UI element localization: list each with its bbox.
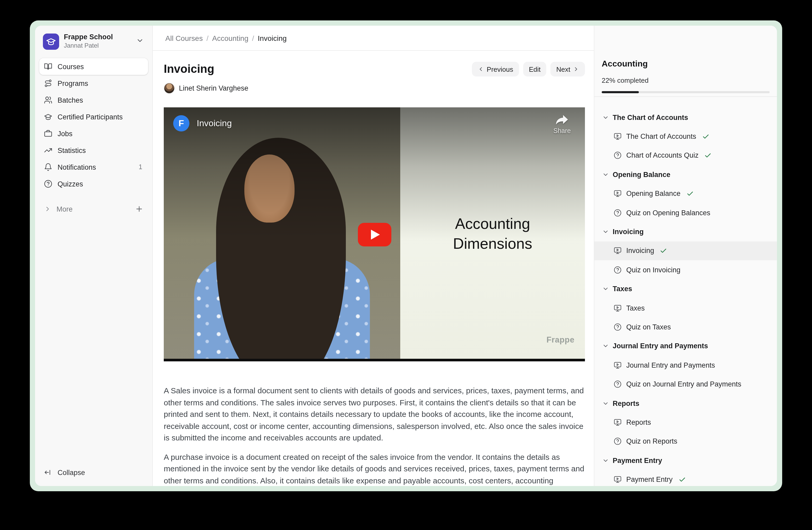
lesson-reports[interactable]: Reports (594, 413, 777, 432)
frappe-watermark: Frappe (547, 335, 575, 345)
lesson-invoicing[interactable]: Invoicing (594, 241, 777, 260)
progress-bar-fill (602, 91, 639, 93)
chevron-down-icon (136, 37, 144, 46)
next-button[interactable]: Next (551, 62, 585, 76)
video-player[interactable]: Accounting Dimensions Frappe F Invoicing (164, 107, 585, 361)
lesson-label: Taxes (626, 304, 645, 312)
lesson-quiz-on-journal-entry-and-payments[interactable]: Quiz on Journal Entry and Payments (594, 375, 777, 394)
lesson-label: Quiz on Journal Entry and Payments (626, 380, 741, 388)
lesson-quiz-on-invoicing[interactable]: Quiz on Invoicing (594, 260, 777, 279)
book-open-icon (44, 62, 52, 71)
frappe-brand-icon[interactable]: F (173, 115, 189, 131)
sidebar-item-certified-participants[interactable]: Certified Participants (39, 108, 148, 125)
lesson-quiz-on-taxes[interactable]: Quiz on Taxes (594, 318, 777, 337)
sidebar-item-batches[interactable]: Batches (39, 92, 148, 108)
chapter-title: Invoicing (613, 228, 644, 236)
completed-check-icon (702, 133, 709, 140)
chapter-opening-balance[interactable]: Opening Balance (594, 165, 777, 184)
lesson-quiz-on-opening-balances[interactable]: Quiz on Opening Balances (594, 203, 777, 222)
video-lesson-icon (614, 190, 622, 198)
course-outline-panel: Accounting 22% completed The Chart of Ac… (594, 26, 777, 486)
chevron-down-icon (602, 285, 609, 292)
sidebar-item-courses[interactable]: Courses (39, 58, 148, 75)
sidebar-item-quizzes[interactable]: Quizzes (39, 176, 148, 192)
video-title-overlay: F Invoicing (173, 115, 232, 131)
lesson-payment-entry[interactable]: Payment Entry (594, 470, 777, 486)
collapse-arrow-icon (44, 468, 52, 477)
sidebar-item-label: Statistics (58, 147, 143, 154)
lesson-the-chart-of-accounts[interactable]: The Chart of Accounts (594, 127, 777, 146)
progress-label: 22% completed (602, 76, 770, 85)
video-lesson-icon (614, 304, 622, 312)
chapter-journal-entry-and-payments[interactable]: Journal Entry and Payments (594, 336, 777, 355)
route-icon (44, 79, 52, 87)
sidebar-item-jobs[interactable]: Jobs (39, 125, 148, 142)
previous-button[interactable]: Previous (472, 62, 519, 76)
quiz-icon (614, 209, 622, 217)
author-name: Linet Sherin Varghese (179, 84, 248, 92)
frappe-school-logo-icon (43, 33, 59, 50)
chapter-reports[interactable]: Reports (594, 394, 777, 413)
lesson-label: Chart of Accounts Quiz (626, 152, 698, 159)
share-button[interactable]: Share (553, 114, 571, 135)
main-content: All Courses / Accounting / Invoicing Inv… (153, 26, 594, 486)
trending-up-icon (44, 146, 52, 154)
lesson-label: Quiz on Invoicing (626, 266, 680, 274)
chapter-title: Reports (613, 399, 639, 407)
sidebar-item-label: Batches (58, 96, 143, 104)
sidebar-item-notifications[interactable]: Notifications1 (39, 159, 148, 176)
edit-button[interactable]: Edit (523, 62, 547, 76)
help-circle-icon (44, 180, 52, 188)
lesson-taxes[interactable]: Taxes (594, 298, 777, 318)
sidebar-item-programs[interactable]: Programs (39, 75, 148, 92)
quiz-icon (614, 380, 622, 388)
lesson-journal-entry-and-payments[interactable]: Journal Entry and Payments (594, 355, 777, 375)
plus-icon[interactable] (135, 205, 143, 213)
play-button[interactable] (358, 223, 391, 246)
sidebar-item-statistics[interactable]: Statistics (39, 142, 148, 159)
lesson-chart-of-accounts-quiz[interactable]: Chart of Accounts Quiz (594, 146, 777, 165)
app-card: Frappe School Jannat Patel CoursesProgra… (35, 26, 777, 486)
completed-check-icon (704, 152, 712, 159)
sidebar-item-label: Courses (58, 62, 143, 70)
breadcrumb-course[interactable]: Accounting (212, 34, 248, 42)
breadcrumb: All Courses / Accounting / Invoicing (153, 26, 594, 51)
sidebar-item-label: Notifications (58, 163, 133, 171)
chapter-title: Taxes (613, 285, 632, 293)
chapter-title: Payment Entry (613, 457, 662, 464)
lesson-label: Quiz on Opening Balances (626, 209, 710, 217)
school-switcher[interactable]: Frappe School Jannat Patel (35, 26, 152, 56)
chevron-down-icon (602, 171, 609, 178)
lesson-nav-buttons: Previous Edit Next (472, 62, 585, 76)
video-title[interactable]: Invoicing (197, 118, 232, 128)
next-label: Next (556, 65, 570, 73)
chevron-down-icon (602, 228, 609, 235)
chapter-payment-entry[interactable]: Payment Entry (594, 451, 777, 470)
bell-icon (44, 163, 52, 171)
author-avatar (164, 83, 175, 94)
sidebar-item-more[interactable]: More (35, 201, 152, 217)
lesson-body: Invoicing Previous Edit Next (153, 51, 594, 486)
sidebar-item-label: Quizzes (58, 180, 143, 188)
user-name: Jannat Patel (64, 42, 131, 50)
quiz-icon (614, 323, 622, 331)
breadcrumb-separator: / (252, 34, 254, 42)
lesson-quiz-on-reports[interactable]: Quiz on Reports (594, 432, 777, 451)
breadcrumb-all-courses[interactable]: All Courses (165, 34, 203, 42)
video-lesson-icon (614, 132, 622, 140)
lesson-paragraph-2: A purchase invoice is a document created… (164, 451, 585, 486)
progress-bar (602, 91, 770, 93)
chapter-invoicing[interactable]: Invoicing (594, 222, 777, 241)
sidebar-item-label: Jobs (58, 130, 143, 138)
video-lesson-icon (614, 247, 622, 255)
video-lesson-icon (614, 476, 622, 484)
lesson-label: Quiz on Taxes (626, 323, 671, 331)
title-row: Invoicing Previous Edit Next (164, 61, 585, 77)
chapter-title: Opening Balance (613, 171, 670, 179)
app-window: Frappe School Jannat Patel CoursesProgra… (30, 20, 782, 491)
chevron-down-icon (602, 457, 609, 464)
lesson-opening-balance[interactable]: Opening Balance (594, 184, 777, 203)
chapter-taxes[interactable]: Taxes (594, 279, 777, 298)
collapse-sidebar-button[interactable]: Collapse (35, 468, 152, 486)
chapter-the-chart-of-accounts[interactable]: The Chart of Accounts (594, 108, 777, 127)
